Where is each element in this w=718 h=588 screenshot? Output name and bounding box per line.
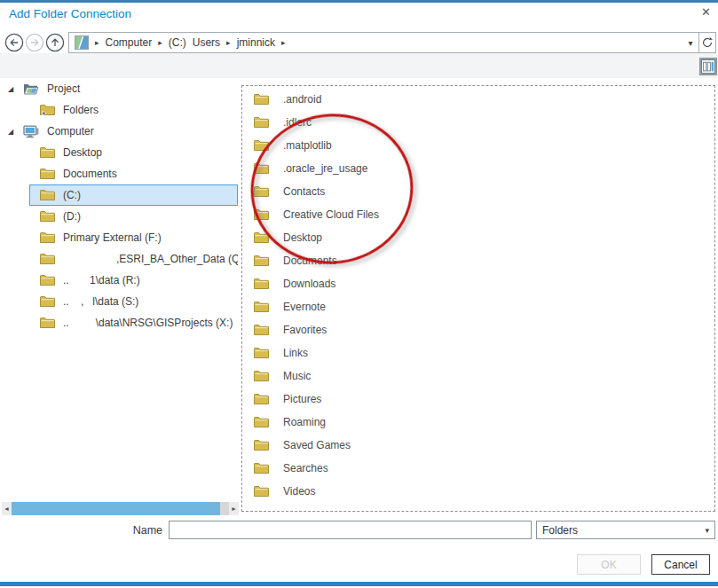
breadcrumb-item-users[interactable]: Users [193, 36, 220, 49]
tree-item-l-data-s[interactable]: .. , l\data (S:) [0, 291, 238, 312]
folder-icon [254, 416, 269, 428]
file-item-label: .matplotlib [283, 139, 332, 152]
breadcrumb-item-computer[interactable]: Computer [106, 36, 153, 49]
folder-icon [254, 370, 269, 382]
file-item-saved-games[interactable]: Saved Games [242, 434, 714, 457]
scroll-thumb[interactable] [12, 502, 220, 515]
breadcrumb: ▸Computer▸(C:)Users▸jminnick▸ [69, 35, 682, 50]
toolbar-strip [0, 53, 718, 78]
file-item-label: Saved Games [283, 439, 351, 451]
chevron-down-icon[interactable]: ▾ [682, 38, 698, 48]
tree-item-folders[interactable]: Folders [0, 99, 238, 121]
file-item-label: .idlerc [283, 116, 312, 129]
tree-item-c[interactable]: (C:) [0, 184, 238, 206]
folder-icon [40, 189, 55, 201]
folder-icon [254, 439, 269, 451]
file-item-idlerc[interactable]: .idlerc [242, 111, 714, 134]
folder-icon [40, 231, 55, 244]
file-item-searches[interactable]: Searches [242, 457, 714, 480]
bottom-accent-bar [0, 582, 718, 586]
close-icon[interactable]: ✕ [701, 5, 711, 19]
file-item-android[interactable]: .android [242, 88, 714, 111]
cancel-button[interactable]: Cancel [651, 554, 710, 575]
folder-icon [254, 208, 269, 221]
file-item-label: Roaming [283, 416, 326, 428]
tree-item-computer[interactable]: ◢Computer [0, 121, 238, 142]
file-item-label: Documents [283, 255, 337, 267]
folder-icon [254, 485, 269, 498]
tree-item-desktop[interactable]: Desktop [0, 142, 238, 163]
breadcrumb-item-c[interactable]: (C:) [169, 36, 186, 49]
tree-item-esri-ba-other-data-q[interactable]: ,ESRI_BA_Other_Data (Q: [0, 248, 238, 270]
tree-item-label: (C:) [63, 189, 81, 201]
folder-icon [40, 274, 55, 286]
tree-item-d[interactable]: (D:) [0, 206, 238, 227]
expand-toggle-icon[interactable]: ◢ [0, 85, 23, 93]
back-button[interactable] [4, 33, 24, 52]
file-type-select[interactable]: Folders ▾ [536, 521, 715, 539]
name-input[interactable] [169, 521, 532, 539]
file-item-label: Pictures [283, 393, 321, 405]
file-item-creative-cloud-files[interactable]: Creative Cloud Files [242, 203, 714, 226]
folder-tree: ◢ProjectFolders◢ComputerDesktopDocuments… [0, 78, 238, 502]
scroll-right-icon[interactable]: ► [229, 502, 239, 515]
add-folder-connection-dialog: Add Folder Connection ✕ ▸Computer▸(C:)Us… [0, 0, 718, 588]
folder-icon [254, 255, 269, 267]
folder-icon [254, 231, 269, 244]
folder-icon [254, 93, 269, 106]
file-item-label: Videos [283, 485, 315, 498]
tree-item-documents[interactable]: Documents [0, 163, 238, 184]
file-item-favorites[interactable]: Favorites [242, 318, 714, 341]
breadcrumb-separator-icon: ▸ [226, 38, 231, 47]
file-item-label: Contacts [283, 185, 325, 198]
top-accent-bar [0, 0, 718, 3]
file-item-desktop[interactable]: Desktop [242, 226, 714, 249]
project-folder-icon [23, 82, 39, 95]
folder-icon [40, 295, 55, 308]
breadcrumb-item-jminnick[interactable]: jminnick [237, 36, 275, 49]
file-item-oracle-jre-usage[interactable]: .oracle_jre_usage [242, 157, 714, 180]
file-item-matplotlib[interactable]: .matplotlib [242, 134, 714, 157]
refresh-button[interactable] [698, 33, 715, 52]
expand-toggle-icon[interactable]: ◢ [0, 128, 23, 136]
folder-icon [254, 162, 269, 175]
chevron-down-icon: ▾ [705, 526, 714, 535]
tree-item-label: .. , l\data (S:) [63, 295, 138, 308]
tree-item-1-data-r[interactable]: .. 1\data (R:) [0, 270, 238, 291]
folder-icon [40, 210, 55, 223]
tree-item-label: Desktop [63, 146, 102, 159]
up-button[interactable] [45, 33, 65, 52]
file-item-roaming[interactable]: Roaming [242, 411, 714, 434]
file-item-downloads[interactable]: Downloads [242, 272, 714, 295]
file-item-pictures[interactable]: Pictures [242, 388, 714, 411]
file-item-evernote[interactable]: Evernote [242, 295, 714, 318]
file-item-label: Music [283, 370, 311, 382]
tree-item-label: Documents [63, 168, 117, 180]
name-label: Name [89, 524, 162, 537]
details-view-button[interactable] [699, 58, 717, 75]
file-item-documents[interactable]: Documents [242, 249, 714, 272]
tree-item-label: Project [47, 82, 80, 95]
folder-icon [254, 116, 269, 129]
breadcrumb-bar: ▸Computer▸(C:)Users▸jminnick▸ ▾ [68, 32, 716, 53]
tree-item-project[interactable]: ◢Project [0, 78, 238, 99]
forward-button[interactable] [25, 33, 44, 52]
tree-item-label: Folders [63, 104, 99, 116]
folder-icon [254, 139, 269, 152]
folder-list: .android.idlerc.matplotlib.oracle_jre_us… [242, 88, 714, 503]
scroll-track[interactable] [12, 502, 229, 515]
folder-icon [254, 393, 269, 405]
tree-item-data-nrsg-gisprojects-x[interactable]: .. \data\NRSG\GISProjects (X:) [0, 312, 238, 333]
file-item-label: Favorites [283, 324, 327, 336]
file-item-videos[interactable]: Videos [242, 480, 714, 503]
file-item-label: Evernote [283, 301, 326, 313]
file-item-music[interactable]: Music [242, 365, 714, 388]
scroll-left-icon[interactable]: ◄ [2, 502, 12, 515]
tree-item-primary-external-f[interactable]: Primary External (F:) [0, 227, 238, 248]
file-item-contacts[interactable]: Contacts [242, 180, 714, 203]
file-item-label: Searches [283, 462, 328, 474]
folder-icon [254, 278, 269, 290]
tree-horizontal-scrollbar[interactable]: ◄ ► [2, 502, 239, 515]
file-item-links[interactable]: Links [242, 341, 714, 365]
file-item-label: .oracle_jre_usage [283, 162, 367, 175]
